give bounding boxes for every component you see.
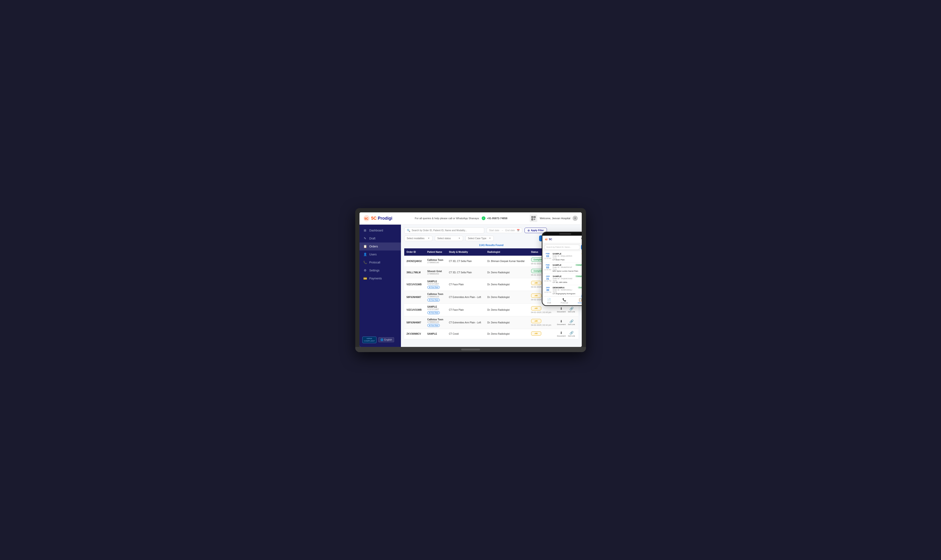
sidebar-label-payments: Payments <box>369 277 382 280</box>
download-action[interactable]: ⬇ Document <box>557 331 566 337</box>
sidebar-label-draft: Draft <box>369 237 375 240</box>
radiologist-cell: Dr. Demo Radiologist <box>485 329 529 339</box>
start-date-input[interactable]: Start date <box>489 229 499 232</box>
mobile-item-time: 12:06 AM <box>544 269 551 271</box>
sidebar-label-dashboard: Dashboard <box>369 229 383 232</box>
sidebar-item-settings[interactable]: ⚙ Settings <box>359 266 401 274</box>
svg-rect-9 <box>535 220 535 220</box>
case-type-dropdown[interactable]: Select Case Type ▼ <box>466 236 494 241</box>
logo-icon: 5C <box>363 215 370 222</box>
mobile-item-name: SAMPLE <box>552 252 562 255</box>
order-id-cell: VIZCUV31WB <box>404 303 425 316</box>
sidebar-nav: ⊞ Dashboard ✎ Draft 📋 Orders 👤 Users <box>359 225 401 283</box>
main-content: 🔍 Start date → End date 📅 ◎ Apply Filter <box>401 225 582 347</box>
link-action[interactable]: 🔗 Get Link <box>568 307 575 313</box>
svg-rect-11 <box>535 219 535 219</box>
study-cell: CT 3D, CT Sella Plain <box>447 255 485 267</box>
app-logo-text: 5C Prodigi <box>371 216 392 221</box>
radiologist-cell: Dr. Demo Radiologist <box>485 291 529 303</box>
order-id-cell: 58F9JNH6M7 <box>404 316 425 329</box>
mobile-item-name: SAMPLE <box>552 264 562 266</box>
app-layout: ⊞ Dashboard ✎ Draft 📋 Orders 👤 Users <box>359 225 582 347</box>
order-id-cell: 395LL798LM <box>404 267 425 278</box>
end-date-input[interactable]: End date <box>506 229 515 232</box>
mobile-item-orderid: Order ID : E0QLL6O5VO <box>552 255 582 257</box>
mobile-logo: 5C 5C <box>545 238 552 241</box>
action-label: Document <box>557 311 566 313</box>
sidebar-item-draft[interactable]: ✎ Draft <box>359 234 401 243</box>
qr-code-icon[interactable] <box>530 214 537 222</box>
order-id-cell: VIZCUV31WB <box>404 278 425 291</box>
download-action[interactable]: ⬇ Document <box>557 307 566 313</box>
mobile-study-label: Study <box>552 257 582 259</box>
sidebar-item-protocall[interactable]: 📞 Protocall <box>359 258 401 266</box>
radiologist-cell: Dr. Demo Radiologist <box>485 316 529 329</box>
patient-id: 1738660140 <box>427 261 444 264</box>
protocall-icon: 📞 <box>363 261 367 265</box>
mobile-nav-orders[interactable]: 📋 Orders <box>578 298 582 304</box>
sidebar: ⊞ Dashboard ✎ Draft 📋 Orders 👤 Users <box>359 225 401 347</box>
mobile-study-label: Study <box>552 291 582 292</box>
patient-name: Callistus Toon <box>427 259 444 261</box>
mobile-nav-protocall[interactable]: 📞 ProtoCall <box>561 298 568 304</box>
patient-name: Silvestr Griet <box>427 270 444 272</box>
mobile-app-overlay: 5C 5C 📞 Search by Patient ID, Name... 📅 <box>542 232 582 306</box>
status-badge: AR <box>531 306 541 311</box>
mobile-study-value: CT Brain Plain <box>552 259 582 261</box>
link-icon: 🔗 <box>569 319 574 323</box>
mobile-item-name: SAMPLE <box>552 275 562 277</box>
sidebar-item-dashboard[interactable]: ⊞ Dashboard <box>359 226 401 234</box>
status-dropdown[interactable]: Select status ▼ <box>435 236 463 241</box>
link-label: Get Link <box>568 335 575 337</box>
link-action[interactable]: 🔗 Get Link <box>568 319 575 326</box>
close-button[interactable]: ✕ <box>572 216 578 221</box>
patient-name: SAMPLE <box>427 332 444 335</box>
sidebar-item-orders[interactable]: 📋 Orders <box>359 243 401 251</box>
mobile-list-item[interactable]: JAN 30 10:00 PM DEMOMRAI Comp... Order I… <box>542 285 582 296</box>
search-input[interactable] <box>412 229 482 232</box>
download-action[interactable]: ⬇ Document <box>557 319 566 326</box>
mobile-item-time: 03:58 PM <box>544 280 551 282</box>
mobile-status-badge: Completed <box>575 275 582 277</box>
mobile-status-badge: Completed <box>575 264 582 266</box>
status-date: 04-02-2025 | 02:42 pm <box>531 324 552 326</box>
sidebar-item-payments[interactable]: 💳 Payments <box>359 274 401 283</box>
mobile-item-orderid: Order ID : S5UK8T8YUP <box>552 266 582 268</box>
sidebar-bottom: HIPAA COMPLIANT 🌐 English <box>359 335 401 345</box>
patient-cell: Callistus Toon 1738660123 ★ Fav Rad <box>425 291 447 303</box>
modalities-dropdown[interactable]: Select modalities ▼ <box>404 236 432 241</box>
top-bar: 5C 5C Prodigi For all queries & help ple… <box>359 212 582 225</box>
mobile-nav-draft[interactable]: 📄 Draft <box>547 298 551 304</box>
sidebar-item-users[interactable]: 👤 Users <box>359 251 401 258</box>
header-message: For all queries & help please call or Wh… <box>415 216 508 220</box>
language-button[interactable]: 🌐 English <box>378 337 394 342</box>
mobile-item-time: 12:19 AM <box>544 257 551 259</box>
status-badge: AR <box>531 281 541 285</box>
radiologist-cell: Dr. Demo Radiologist <box>485 267 529 278</box>
payments-icon: 💳 <box>363 277 367 280</box>
welcome-text: Welcome, Jeevan Hospital <box>540 217 570 220</box>
study-cell: CT Extremities Arm Plain - Left <box>447 291 485 303</box>
radiologist-cell: Dr. Demo Radiologist <box>485 303 529 316</box>
mobile-calendar-button[interactable]: 📅 <box>581 245 582 250</box>
order-id-cell: 58F9JNH6M7 <box>404 291 425 303</box>
users-icon: 👤 <box>363 252 367 256</box>
search-box[interactable]: 🔍 <box>404 228 484 234</box>
radiologist-cell: Dr. Bhimani Deepak Kumar Nandlal <box>485 255 529 267</box>
patient-id: 1738660123 <box>427 295 444 298</box>
sidebar-label-protocall: Protocall <box>369 261 381 264</box>
mobile-search-box[interactable]: Search by Patient ID, Name... <box>544 245 580 250</box>
table-row: 58F9JNH6M7 Callistus Toon 1738660123 ★ F… <box>404 316 578 329</box>
mobile-list-item[interactable]: FEB 03 12:19 AM SAMPLE AR Order ID : E0Q… <box>542 251 582 263</box>
link-action[interactable]: 🔗 Get Link <box>568 331 575 337</box>
study-cell: CT Face Plain <box>447 303 485 316</box>
mobile-list-item[interactable]: JAN 31 03:58 PM SAMPLE Completed Order I… <box>542 274 582 285</box>
download-icon: ⬇ <box>560 319 563 323</box>
chevron-down-icon: ▼ <box>428 237 430 239</box>
date-range[interactable]: Start date → End date 📅 <box>487 228 522 233</box>
study-cell: CT 3D, CT Sella Plain <box>447 267 485 278</box>
quick-actions: ⬇ Document 🔗 Get Link <box>557 307 576 313</box>
patient-id: 1738660202 <box>427 272 444 275</box>
quick-actions-cell: ⬇ Document 🔗 Get Link <box>555 316 578 329</box>
mobile-list-item[interactable]: FEB 03 12:06 AM SAMPLE Completed Order I… <box>542 263 582 274</box>
